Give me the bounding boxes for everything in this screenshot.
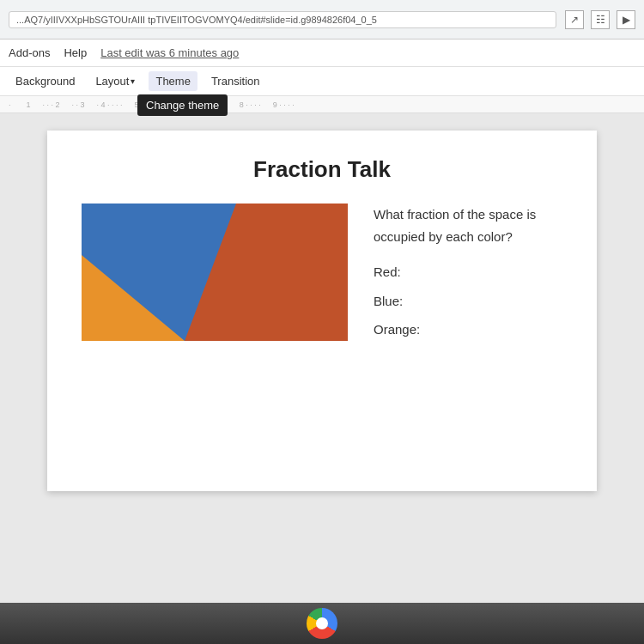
ruler: · 1 · · · 2 · · 3 · 4 · · · · 5 · · · · … <box>0 96 644 113</box>
slide-content: What fraction of the space is occupied b… <box>82 204 562 348</box>
browser-chrome: ...AQ7/yIIIVXXpHbSGTOUrAIII tpTIVEIITOGV… <box>0 0 644 39</box>
background-button[interactable]: Background <box>9 71 82 91</box>
blue-label: Blue: <box>374 290 562 313</box>
change-theme-tooltip: Change theme <box>137 94 228 116</box>
slide-area: Fraction Talk What fraction of the s <box>0 113 644 603</box>
slide[interactable]: Fraction Talk What fraction of the s <box>47 131 597 491</box>
present-icon[interactable]: ▶ <box>617 10 635 29</box>
red-label: Red: <box>374 261 562 283</box>
question-text: What fraction of the space is occupied b… <box>374 204 562 247</box>
toolbar: Background Layout▾ Theme Transition Chan… <box>0 67 644 96</box>
layout-button[interactable]: Layout▾ <box>88 71 142 91</box>
orange-label: Orange: <box>374 319 562 341</box>
help-menu[interactable]: Help <box>64 46 87 59</box>
menu-bar: Add-ons Help Last edit was 6 minutes ago <box>0 39 644 67</box>
slide-title: Fraction Talk <box>82 156 562 183</box>
slide-text: What fraction of the space is occupied b… <box>374 204 562 348</box>
addons-menu[interactable]: Add-ons <box>9 46 50 59</box>
transition-button[interactable]: Transition <box>204 71 267 91</box>
grid-icon[interactable]: ☷ <box>591 10 610 29</box>
theme-button[interactable]: Theme <box>149 71 197 91</box>
chrome-icon[interactable] <box>307 608 337 639</box>
chart-icon[interactable]: ↗ <box>565 10 584 29</box>
browser-icons: ↗ ☷ ▶ <box>565 10 635 29</box>
fraction-svg <box>82 204 348 341</box>
fraction-graphic <box>82 204 348 344</box>
taskbar <box>0 603 644 644</box>
main-content: ...AQ7/yIIIVXXpHbSGTOUrAIII tpTIVEIITOGV… <box>0 0 644 603</box>
url-bar[interactable]: ...AQ7/yIIIVXXpHbSGTOUrAIII tpTIVEIITOGV… <box>9 11 556 28</box>
last-edit-status: Last edit was 6 minutes ago <box>100 46 239 59</box>
